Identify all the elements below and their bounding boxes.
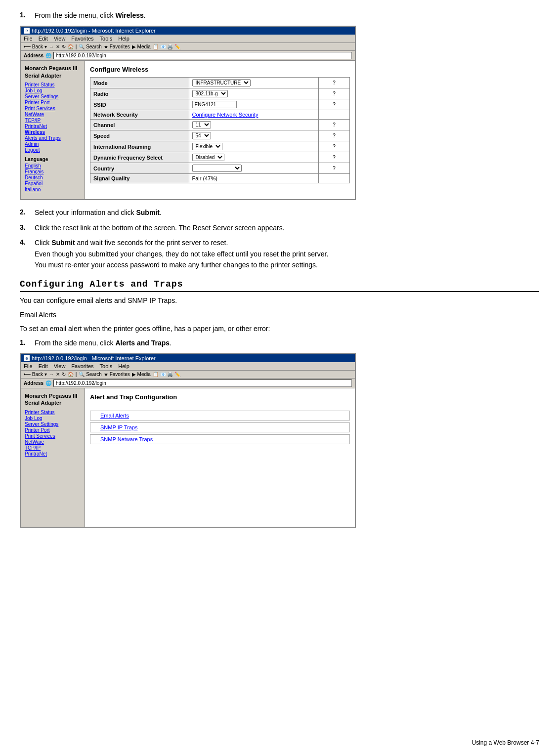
select-dfs[interactable]: Disabled Enabled: [192, 154, 224, 161]
select-mode[interactable]: INFRASTRUCTURE AD-HOC: [192, 79, 251, 86]
nav2-tcpip[interactable]: TCP/IP: [25, 445, 81, 451]
browser-menubar-2[interactable]: File Edit View Favorites Tools Help: [21, 362, 355, 371]
step-num-1: 1.: [20, 10, 35, 21]
nav2-print-services[interactable]: Print Services: [25, 433, 81, 439]
menu-help-2[interactable]: Help: [118, 363, 129, 369]
lang-deutsch[interactable]: Deutsch: [25, 175, 81, 180]
nav-wireless[interactable]: Wireless: [25, 129, 81, 135]
input-ssid[interactable]: [192, 101, 237, 108]
link-snmp-netware-traps[interactable]: SNMP Netware Traps: [90, 434, 350, 444]
toolbar-home-2[interactable]: 🏠: [68, 372, 74, 377]
step-4-para2: You must re-enter your access password t…: [35, 261, 318, 269]
browser-toolbar-1: ⟵ Back ▾ → ✕ ↻ 🏠 | 🔍 Search ★ Favorites …: [21, 43, 355, 51]
toolbar-favorites-2[interactable]: ★ Favorites: [104, 372, 130, 377]
nav2-printer-port[interactable]: Printer Port: [25, 427, 81, 433]
lang-italiano[interactable]: Italiano: [25, 187, 81, 192]
toolbar-forward[interactable]: →: [49, 44, 54, 49]
label-dfs: Dynamic Frequency Select: [90, 152, 189, 163]
help-radio[interactable]: ?: [319, 88, 350, 99]
help-speed[interactable]: ?: [319, 130, 350, 141]
select-country[interactable]: [192, 165, 242, 172]
link-email-alerts[interactable]: Email Alerts: [90, 411, 350, 420]
menu-file-2[interactable]: File: [24, 363, 33, 369]
help-dfs[interactable]: ?: [319, 152, 350, 163]
nav2-printranet[interactable]: PrintraNet: [25, 451, 81, 457]
menu-file[interactable]: File: [24, 36, 33, 42]
nav-printer-port[interactable]: Printer Port: [25, 100, 81, 105]
label-channel: Channel: [90, 120, 189, 130]
menu-view[interactable]: View: [54, 36, 66, 42]
lang-francais[interactable]: Français: [25, 169, 81, 174]
menu-favorites-2[interactable]: Favorites: [71, 363, 93, 369]
toolbar-forward-2[interactable]: →: [49, 372, 54, 377]
toolbar-back-2[interactable]: ⟵ Back ▾: [24, 372, 47, 377]
control-channel[interactable]: 11: [189, 120, 319, 130]
control-radio[interactable]: 802.11b-g 802.11a: [189, 88, 319, 99]
nav2-printer-status[interactable]: Printer Status: [25, 410, 81, 415]
help-ssid[interactable]: ?: [319, 99, 350, 110]
nav-alerts-traps[interactable]: Alerts and Traps: [25, 135, 81, 141]
sidebar-nav-2: Monarch Pegasus IIISerial Adapter Printe…: [21, 388, 85, 527]
control-dfs[interactable]: Disabled Enabled: [189, 152, 319, 163]
lang-english[interactable]: English: [25, 163, 81, 168]
label-mode: Mode: [90, 78, 189, 88]
menu-tools-2[interactable]: Tools: [100, 363, 113, 369]
nav-netware[interactable]: NetWare: [25, 112, 81, 117]
config-table: Mode INFRASTRUCTURE AD-HOC ? Radio 802.1…: [90, 77, 350, 183]
nav-tcpip[interactable]: TCP/IP: [25, 118, 81, 123]
address-icon-2: 🌐: [45, 380, 51, 386]
select-speed[interactable]: 54: [192, 132, 211, 139]
control-network-security[interactable]: Configure Network Security: [189, 110, 319, 120]
address-input-1[interactable]: http://192.0.0.192/login: [53, 52, 352, 59]
toolbar-search[interactable]: 🔍 Search: [79, 44, 101, 49]
control-speed[interactable]: 54: [189, 130, 319, 141]
toolbar-home[interactable]: 🏠: [68, 44, 74, 49]
help-channel[interactable]: ?: [319, 120, 350, 130]
lang-espanol[interactable]: Español: [25, 181, 81, 186]
menu-edit[interactable]: Edit: [39, 36, 48, 42]
control-ssid[interactable]: [189, 99, 319, 110]
help-intl-roaming[interactable]: ?: [319, 141, 350, 152]
toolbar-stop-2[interactable]: ✕: [56, 372, 60, 377]
step-4-para1: Even though you submitted your changes, …: [35, 250, 328, 258]
select-radio[interactable]: 802.11b-g 802.11a: [192, 90, 228, 97]
nav-logout[interactable]: Logout: [25, 147, 81, 153]
address-label-2: Address: [24, 380, 43, 386]
menu-favorites[interactable]: Favorites: [71, 36, 93, 42]
toolbar-search-2[interactable]: 🔍 Search: [79, 372, 101, 377]
select-intl-roaming[interactable]: Flexible Fixed: [192, 143, 222, 150]
address-input-2[interactable]: http://192.0.0.192/login: [53, 379, 352, 387]
nav-printer-status[interactable]: Printer Status: [25, 82, 81, 87]
select-channel[interactable]: 11: [192, 121, 211, 128]
nav2-netware[interactable]: NetWare: [25, 439, 81, 445]
help-mode[interactable]: ?: [319, 78, 350, 88]
link-snmp-ip-traps[interactable]: SNMP IP Traps: [90, 422, 350, 432]
help-country[interactable]: ?: [319, 163, 350, 174]
menu-view-2[interactable]: View: [54, 363, 66, 369]
nav-server-settings[interactable]: Server Settings: [25, 94, 81, 99]
menu-help[interactable]: Help: [118, 36, 129, 42]
toolbar-refresh[interactable]: ↻: [62, 44, 66, 49]
step-content-4: Click Submit and wait five seconds for t…: [35, 237, 539, 270]
toolbar-refresh-2[interactable]: ↻: [62, 372, 66, 377]
control-intl-roaming[interactable]: Flexible Fixed: [189, 141, 319, 152]
toolbar-media-2[interactable]: ▶ Media: [132, 372, 151, 377]
menu-edit-2[interactable]: Edit: [39, 363, 48, 369]
nav-admin[interactable]: Admin: [25, 141, 81, 147]
link-configure-security[interactable]: Configure Network Security: [192, 112, 258, 118]
nav-printranet[interactable]: PrintraNet: [25, 124, 81, 129]
nav2-server-settings[interactable]: Server Settings: [25, 421, 81, 427]
control-country[interactable]: [189, 163, 319, 174]
toolbar-stop[interactable]: ✕: [56, 44, 60, 49]
toolbar-back[interactable]: ⟵ Back ▾: [24, 44, 47, 49]
control-mode[interactable]: INFRASTRUCTURE AD-HOC: [189, 78, 319, 88]
nav-print-services[interactable]: Print Services: [25, 106, 81, 111]
toolbar-favorites[interactable]: ★ Favorites: [104, 44, 130, 49]
toolbar-media[interactable]: ▶ Media: [132, 44, 151, 49]
menu-tools[interactable]: Tools: [100, 36, 113, 42]
browser-menubar-1[interactable]: File Edit View Favorites Tools Help: [21, 35, 355, 43]
nav2-job-log[interactable]: Job Log: [25, 416, 81, 421]
nav-job-log[interactable]: Job Log: [25, 88, 81, 93]
table-row: Signal Quality Fair (47%): [90, 174, 350, 183]
step-2: 2. Select your information and click Sub…: [20, 207, 539, 218]
